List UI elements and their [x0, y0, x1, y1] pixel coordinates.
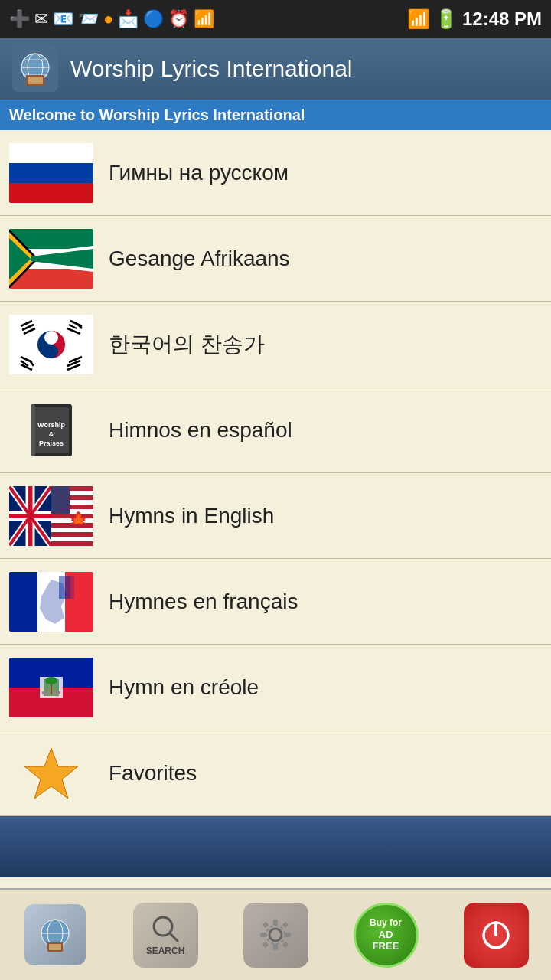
- circle-icon: ●: [103, 9, 113, 29]
- svg-rect-92: [273, 944, 278, 950]
- svg-rect-9: [9, 163, 93, 183]
- nav-btn-settings[interactable]: [226, 897, 325, 973]
- item-label-french: Hymnes en français: [109, 590, 542, 614]
- item-label-russian: Гимны на русском: [109, 161, 542, 185]
- svg-text:Worship: Worship: [37, 421, 65, 429]
- svg-marker-81: [24, 748, 78, 799]
- flag-france: [9, 572, 93, 632]
- svg-text:Praises: Praises: [39, 439, 64, 447]
- gmail-icon: ✉: [34, 9, 48, 29]
- bottom-nav: SEARCH Buy for AD FREE: [0, 888, 551, 980]
- icon-star-favorites: [9, 743, 93, 803]
- icon-book-spanish: Worship & Praises: [9, 400, 93, 460]
- item-label-english: Hymns in English: [109, 504, 542, 528]
- svg-rect-91: [273, 920, 278, 926]
- nav-btn-power[interactable]: [446, 897, 546, 973]
- mail-icon3: 📩: [118, 9, 139, 29]
- svg-rect-65: [51, 541, 93, 546]
- nav-btn-search[interactable]: SEARCH: [116, 897, 215, 973]
- svg-rect-93: [260, 933, 266, 937]
- content-area: Гимны на русском Gesange Afrikaans: [0, 130, 551, 877]
- search-label: SEARCH: [146, 946, 185, 956]
- svg-rect-66: [51, 486, 70, 514]
- item-label-creole: Hymn en créole: [109, 675, 542, 700]
- list-item-spanish[interactable]: Worship & Praises Himnos en español: [0, 387, 551, 473]
- power-icon: [464, 903, 529, 968]
- svg-rect-79: [42, 691, 50, 694]
- svg-rect-80: [53, 691, 60, 694]
- app-logo: [12, 46, 58, 92]
- svg-rect-63: [51, 532, 93, 537]
- svg-rect-72: [70, 576, 74, 599]
- list-item-russian[interactable]: Гимны на русском: [0, 130, 551, 216]
- time-display: 12:48 PM: [462, 8, 542, 30]
- list-item-french[interactable]: Hymnes en français: [0, 559, 551, 645]
- item-label-korean: 한국어의 찬송가: [109, 330, 542, 359]
- svg-rect-86: [49, 944, 61, 950]
- list-item-creole[interactable]: Hymn en créole: [0, 645, 551, 730]
- list-item-english[interactable]: 🍁 Hymns in English: [0, 473, 551, 559]
- flag-south-africa: [9, 229, 93, 289]
- nav-btn-adfree[interactable]: Buy for AD FREE: [336, 897, 435, 973]
- status-bar: ➕ ✉ 📧 📨 ● 📩 🔵 ⏰ 📶 📶 🔋 12:48 PM: [0, 0, 551, 38]
- nav-btn-home[interactable]: [5, 897, 105, 973]
- add-icon: ➕: [9, 9, 30, 29]
- battery-icon: 🔋: [435, 8, 458, 30]
- mail-icon2: 📨: [78, 9, 99, 29]
- svg-point-78: [45, 677, 57, 684]
- flag-korea: [9, 315, 93, 374]
- svg-rect-95: [262, 922, 269, 928]
- svg-text:🍁: 🍁: [69, 510, 88, 528]
- svg-rect-69: [9, 572, 37, 632]
- list-item-favorites[interactable]: Favorites: [0, 730, 551, 816]
- home-icon: [24, 904, 86, 965]
- svg-rect-10: [9, 183, 93, 203]
- welcome-text: Welcome to Worship Lyrics International: [9, 106, 305, 124]
- status-left-icons: ➕ ✉ 📧 📨 ● 📩 🔵 ⏰ 📶: [9, 9, 214, 29]
- svg-text:&: &: [49, 430, 54, 438]
- alarm-icon: ⏰: [168, 9, 189, 29]
- bluetooth-icon: 🔵: [143, 9, 164, 29]
- item-label-afrikaans: Gesange Afrikaans: [109, 247, 542, 271]
- svg-rect-41: [31, 404, 35, 456]
- adfree-label-top: Buy for: [370, 917, 402, 928]
- mail-icon1: 📧: [53, 9, 73, 29]
- svg-rect-96: [282, 922, 289, 928]
- svg-line-88: [170, 933, 178, 941]
- adfree-label-mid: AD: [379, 929, 393, 941]
- flag-haiti: [9, 658, 93, 717]
- svg-rect-62: [51, 528, 93, 532]
- svg-rect-64: [51, 537, 93, 541]
- adfree-icon: Buy for AD FREE: [354, 903, 419, 968]
- flag-english: 🍁: [9, 486, 93, 546]
- svg-rect-8: [9, 143, 93, 163]
- svg-point-89: [269, 929, 282, 941]
- ad-area: [0, 816, 551, 877]
- status-right: 📶 🔋 12:48 PM: [407, 8, 542, 30]
- flag-russia: [9, 143, 93, 203]
- item-label-favorites: Favorites: [109, 761, 542, 786]
- search-icon-btn: SEARCH: [133, 903, 198, 968]
- signal-icon: 📶: [407, 8, 430, 30]
- svg-rect-7: [28, 77, 43, 84]
- welcome-bar: Welcome to Worship Lyrics International: [0, 100, 551, 130]
- svg-rect-97: [262, 942, 269, 948]
- svg-rect-98: [282, 942, 289, 948]
- svg-rect-94: [285, 933, 291, 937]
- adfree-label-bot: FREE: [373, 940, 399, 952]
- wifi-icon: 📶: [194, 9, 214, 29]
- app-header: Worship Lyrics International: [0, 38, 551, 100]
- settings-icon: [243, 903, 308, 968]
- app-title: Worship Lyrics International: [70, 56, 353, 82]
- item-label-spanish: Himnos en español: [109, 418, 542, 443]
- list-item-korean[interactable]: 한국어의 찬송가: [0, 302, 551, 387]
- list-item-afrikaans[interactable]: Gesange Afrikaans: [0, 216, 551, 302]
